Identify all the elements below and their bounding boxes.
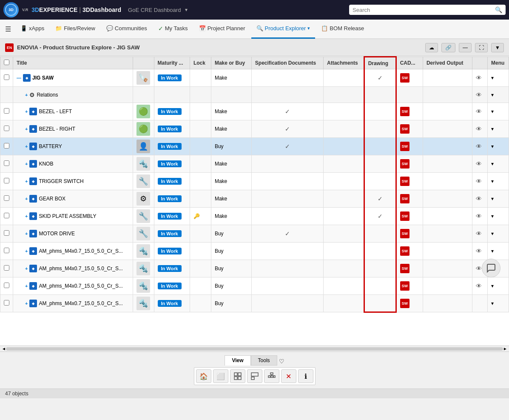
hamburger-menu[interactable]: ☰: [2, 22, 14, 37]
row-view[interactable]: 👁: [472, 190, 488, 208]
row-view[interactable]: 👁: [472, 173, 488, 190]
scroll-left-arrow[interactable]: ◄: [2, 346, 6, 351]
expand-icon[interactable]: +: [25, 179, 28, 184]
favorite-icon[interactable]: ♡: [279, 358, 284, 365]
maximize-btn[interactable]: ⛶: [475, 43, 488, 52]
row-view[interactable]: 👁: [472, 120, 488, 138]
row-menu[interactable]: ▾: [488, 190, 509, 208]
horizontal-scrollbar[interactable]: ◄ ►: [0, 346, 509, 351]
link-btn[interactable]: 🔗: [441, 43, 455, 52]
view-btn[interactable]: 👁: [476, 143, 482, 150]
row-view[interactable]: 👁: [472, 277, 488, 295]
row-menu[interactable]: ▾: [488, 295, 509, 312]
view-btn[interactable]: 👁: [476, 230, 482, 237]
nav-files[interactable]: 📁 Files/Review: [50, 19, 100, 39]
tab-view[interactable]: View: [225, 355, 250, 366]
row-view[interactable]: 👁: [472, 208, 488, 225]
expand-tool-btn[interactable]: [247, 369, 262, 383]
delete-tool-btn[interactable]: ✕: [281, 369, 296, 383]
row-menu[interactable]: ▾: [488, 277, 509, 295]
row-menu[interactable]: ▾: [488, 225, 509, 243]
row-derived: [423, 138, 472, 155]
row-view[interactable]: 👁: [472, 103, 488, 120]
thumbnail-image: 🔩: [136, 157, 150, 171]
row-makeorbuy: Make: [211, 208, 251, 225]
nav-explorer[interactable]: 🔍 Product Explorer ▾: [251, 19, 316, 39]
view-btn[interactable]: 👁: [476, 160, 482, 167]
expand-icon[interactable]: +: [25, 214, 28, 219]
nav-bom[interactable]: 📋 BOM Release: [316, 19, 369, 39]
nav-planner[interactable]: 📅 Project Planner: [194, 19, 250, 39]
expand-icon[interactable]: +: [25, 249, 28, 254]
row-view[interactable]: 👁: [472, 155, 488, 173]
scroll-right-arrow[interactable]: ►: [503, 346, 507, 351]
row-menu[interactable]: ▾: [488, 138, 509, 155]
row-menu[interactable]: ▾: [488, 173, 509, 190]
row-menu[interactable]: ▾: [488, 120, 509, 138]
nav-xapps[interactable]: 📱 xApps: [15, 19, 49, 39]
expand-icon[interactable]: +: [25, 283, 28, 289]
expand-icon[interactable]: +: [25, 144, 28, 149]
explorer-dropdown-icon[interactable]: ▾: [307, 26, 310, 31]
view-btn[interactable]: 👁: [476, 126, 482, 132]
dropdown-arrow-icon[interactable]: ▾: [185, 7, 188, 13]
row-drawing: [364, 103, 396, 120]
view-btn[interactable]: 👁: [476, 108, 482, 115]
row-menu[interactable]: ▾: [488, 87, 509, 103]
select-all-checkbox[interactable]: [4, 60, 9, 65]
row-menu[interactable]: ▾: [488, 69, 509, 87]
row-menu[interactable]: ▾: [488, 155, 509, 173]
cloud-btn[interactable]: ☁: [425, 43, 438, 52]
part-name: BEZEL - LEFT: [39, 109, 72, 114]
scrollbar-track[interactable]: [6, 347, 503, 351]
row-menu[interactable]: ▾: [488, 208, 509, 225]
row-view[interactable]: 👁: [472, 225, 488, 243]
rectangle-tool-btn[interactable]: ⬜: [213, 369, 228, 383]
row-menu[interactable]: ▾: [488, 243, 509, 260]
row-view[interactable]: 👁: [472, 87, 488, 103]
tab-tools[interactable]: Tools: [251, 355, 277, 366]
view-btn[interactable]: 👁: [476, 178, 482, 185]
row-view[interactable]: 👁: [472, 138, 488, 155]
app-logo[interactable]: 3D V.R: [3, 2, 28, 17]
row-makeorbuy: Buy: [211, 243, 251, 260]
row-menu[interactable]: ▾: [488, 103, 509, 120]
row-view[interactable]: 👁: [472, 243, 488, 260]
row-checkbox[interactable]: [0, 87, 13, 103]
expand-btn[interactable]: ▼: [491, 43, 504, 52]
view-btn[interactable]: 👁: [476, 74, 482, 81]
expand-icon[interactable]: +: [25, 126, 28, 131]
view-btn[interactable]: 👁: [476, 213, 482, 220]
view-btn[interactable]: 👁: [476, 248, 482, 254]
row-view[interactable]: 👁: [472, 69, 488, 87]
row-derived: [423, 69, 472, 87]
row-cad: SW: [396, 225, 423, 243]
view-btn[interactable]: 👁: [476, 283, 482, 289]
row-attachments: [323, 208, 364, 225]
info-tool-btn[interactable]: ℹ: [298, 369, 313, 383]
chat-button[interactable]: [482, 259, 500, 277]
nav-mytasks[interactable]: ✓ My Tasks: [153, 19, 193, 39]
search-input[interactable]: [353, 7, 495, 13]
expand-icon[interactable]: +: [25, 109, 28, 114]
expand-icon[interactable]: +: [25, 231, 28, 236]
expand-icon[interactable]: +: [25, 266, 28, 271]
expand-icon[interactable]: —: [17, 75, 21, 80]
hierarchy-tool-btn[interactable]: [264, 369, 279, 383]
view-btn[interactable]: 👁: [476, 91, 482, 98]
expand-icon[interactable]: +: [25, 301, 28, 306]
expand-icon[interactable]: +: [25, 92, 28, 97]
view-btn[interactable]: 👁: [476, 195, 482, 202]
home-tool-btn[interactable]: 🏠: [196, 369, 211, 383]
row-checkbox[interactable]: [0, 69, 13, 87]
row-lock: [190, 120, 211, 138]
row-attachments: [323, 295, 364, 312]
expand-icon[interactable]: +: [25, 161, 28, 166]
view-btn[interactable]: 👁: [476, 265, 482, 272]
row-view[interactable]: [472, 295, 488, 312]
col-check[interactable]: [0, 57, 13, 69]
minimize-btn[interactable]: —: [459, 43, 472, 52]
expand-icon[interactable]: +: [25, 196, 28, 201]
grid-tool-btn[interactable]: [230, 369, 245, 383]
nav-communities[interactable]: 💬 Communities: [101, 19, 152, 39]
